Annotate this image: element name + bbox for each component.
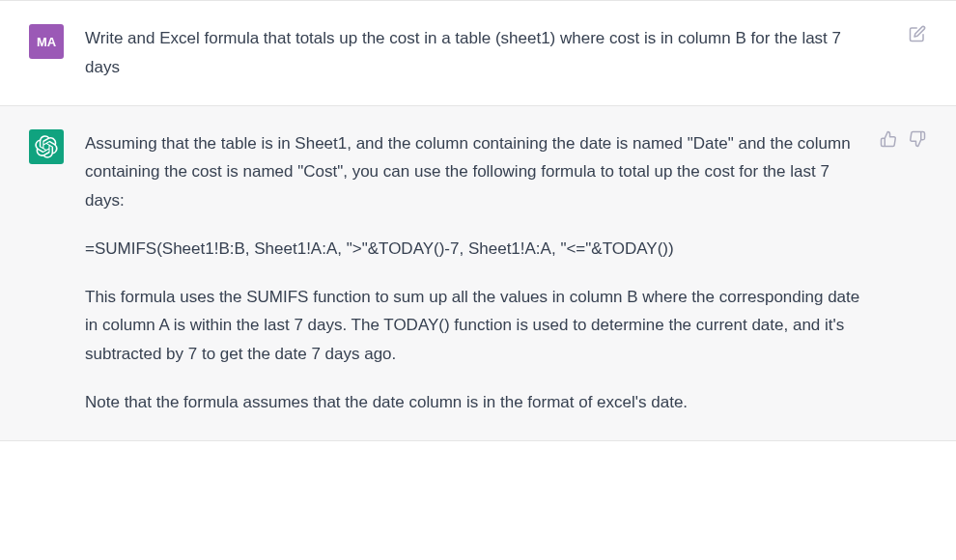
assistant-message-content: Assuming that the table is in Sheet1, an… [85, 129, 927, 417]
user-message-row: MA Write and Excel formula that totals u… [0, 0, 956, 106]
assistant-avatar [29, 129, 64, 164]
assistant-message-actions [879, 129, 927, 149]
assistant-message-row: Assuming that the table is in Sheet1, an… [0, 106, 956, 441]
user-message-text: Write and Excel formula that totals up t… [85, 24, 869, 82]
user-avatar-initials: MA [37, 35, 56, 49]
edit-button[interactable] [908, 24, 927, 43]
conversation-thread: MA Write and Excel formula that totals u… [0, 0, 956, 441]
openai-logo-icon [35, 135, 58, 158]
user-avatar: MA [29, 24, 64, 59]
assistant-paragraph-3: Note that the formula assumes that the d… [85, 388, 869, 417]
user-message-content: Write and Excel formula that totals up t… [85, 24, 927, 82]
assistant-formula: =SUMIFS(Sheet1!B:B, Sheet1!A:A, ">"&TODA… [85, 235, 869, 264]
edit-icon [909, 25, 926, 42]
thumbs-up-button[interactable] [879, 129, 898, 149]
assistant-paragraph-1: Assuming that the table is in Sheet1, an… [85, 129, 869, 215]
assistant-paragraph-2: This formula uses the SUMIFS function to… [85, 283, 869, 369]
thumbs-down-button[interactable] [908, 129, 927, 149]
user-message-actions [908, 24, 927, 43]
thumbs-up-icon [880, 130, 897, 148]
thumbs-down-icon [909, 130, 926, 148]
